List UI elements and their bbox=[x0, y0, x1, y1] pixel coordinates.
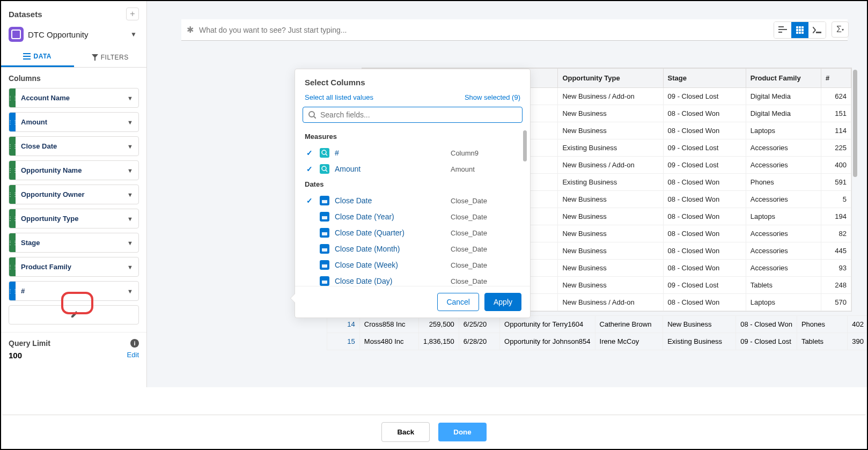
table-row[interactable]: 15Moss480 Inc1,836,1506/28/20Opportunity… bbox=[327, 333, 869, 350]
table-cell: Digital Media bbox=[746, 88, 821, 105]
field-row[interactable]: Close Date (Week) Close_Date bbox=[305, 257, 520, 273]
table-cell: 259,500 bbox=[419, 316, 459, 333]
column-header[interactable]: Opportunity Type bbox=[558, 69, 663, 88]
chart-view-button[interactable] bbox=[774, 22, 791, 38]
table-cell: Accessories bbox=[746, 139, 821, 157]
check-icon: ✓ bbox=[305, 149, 314, 157]
field-row[interactable]: ✓ # Column9 bbox=[305, 145, 520, 161]
column-pill[interactable]: ⋮⋮ Opportunity Type ▼ bbox=[9, 209, 139, 228]
drag-handle-icon[interactable]: ⋮⋮ bbox=[9, 113, 16, 131]
field-api-name: Close_Date bbox=[451, 245, 520, 253]
show-selected-link[interactable]: Show selected (9) bbox=[465, 93, 520, 101]
query-limit-edit[interactable]: Edit bbox=[127, 351, 139, 360]
drag-handle-icon[interactable]: ⋮⋮ bbox=[9, 233, 16, 252]
field-row[interactable]: ✓ Close Date Close_Date bbox=[305, 193, 520, 209]
column-pill[interactable]: ⋮⋮ # ▼ bbox=[9, 281, 139, 301]
functions-button[interactable]: Σ▾ bbox=[832, 21, 849, 38]
svg-rect-21 bbox=[322, 263, 327, 264]
table-cell: 5 bbox=[821, 191, 851, 208]
chevron-down-icon[interactable]: ▼ bbox=[122, 191, 138, 198]
chevron-down-icon[interactable]: ▼ bbox=[122, 288, 138, 294]
table-cell: New Business bbox=[558, 260, 663, 277]
field-search[interactable] bbox=[303, 107, 523, 123]
column-pill[interactable]: ⋮⋮ Stage ▼ bbox=[9, 233, 139, 253]
popover-scrollbar[interactable] bbox=[523, 130, 527, 161]
drag-handle-icon[interactable]: ⋮⋮ bbox=[9, 88, 16, 107]
table-cell: 6/28/20 bbox=[459, 333, 499, 350]
chevron-down-icon[interactable]: ▼ bbox=[122, 95, 138, 101]
column-header[interactable]: Product Family bbox=[746, 69, 821, 88]
field-row[interactable]: Close Date (Quarter) Close_Date bbox=[305, 225, 520, 241]
svg-point-10 bbox=[322, 150, 326, 154]
dataset-selector[interactable]: DTC Opportunity ▼ bbox=[1, 25, 146, 47]
measure-icon bbox=[321, 150, 328, 156]
add-dataset-button[interactable]: + bbox=[126, 8, 139, 20]
drag-handle-icon[interactable]: ⋮⋮ bbox=[9, 209, 16, 228]
field-row[interactable]: Close Date (Year) Close_Date bbox=[305, 209, 520, 225]
field-api-name: Close_Date bbox=[451, 213, 520, 221]
column-header[interactable]: Stage bbox=[663, 69, 746, 88]
drag-handle-icon[interactable]: ⋮⋮ bbox=[9, 137, 16, 156]
drag-handle-icon[interactable]: ⋮⋮ bbox=[9, 257, 16, 276]
table-cell: 194 bbox=[821, 208, 851, 225]
query-mode-button[interactable] bbox=[808, 22, 826, 38]
column-pill[interactable]: ⋮⋮ Amount ▼ bbox=[9, 112, 139, 132]
table-cell: 570 bbox=[821, 294, 851, 311]
field-type-icon bbox=[320, 148, 329, 158]
table-cell: Laptops bbox=[746, 122, 821, 139]
view-mode-group bbox=[774, 21, 826, 39]
column-pill[interactable]: ⋮⋮ Opportunity Owner ▼ bbox=[9, 185, 139, 204]
column-pill[interactable]: ⋮⋮ Product Family ▼ bbox=[9, 257, 139, 277]
drag-handle-icon[interactable]: ⋮⋮ bbox=[9, 161, 16, 180]
column-header[interactable]: # bbox=[821, 69, 851, 88]
table-view-button[interactable] bbox=[791, 22, 808, 38]
table-cell: 151 bbox=[821, 105, 851, 122]
chevron-down-icon[interactable]: ▼ bbox=[122, 240, 138, 246]
popover-arrow bbox=[291, 294, 295, 303]
table-cell: Accessories bbox=[746, 157, 821, 174]
tab-filters[interactable]: FILTERS bbox=[74, 47, 147, 67]
drag-handle-icon[interactable]: ⋮⋮ bbox=[9, 185, 16, 204]
field-row[interactable]: Close Date (Month) Close_Date bbox=[305, 241, 520, 257]
column-pill[interactable]: ⋮⋮ Opportunity Name ▼ bbox=[9, 160, 139, 180]
chevron-down-icon[interactable]: ▼ bbox=[122, 216, 138, 222]
column-pill[interactable]: ⋮⋮ Account Name ▼ bbox=[9, 88, 139, 108]
query-input[interactable] bbox=[199, 26, 826, 34]
column-pill-label: Amount bbox=[16, 113, 122, 131]
columns-label: Columns bbox=[9, 74, 139, 83]
table-cell: New Business bbox=[558, 242, 663, 260]
field-api-name: Amount bbox=[451, 165, 520, 173]
table-cell: New Business bbox=[558, 191, 663, 208]
select-columns-popover: Select Columns Select all listed values … bbox=[295, 69, 531, 318]
field-row[interactable]: ✓ Amount Amount bbox=[305, 161, 520, 177]
table-cell: Laptops bbox=[746, 294, 821, 311]
svg-rect-6 bbox=[796, 32, 798, 34]
scrollbar[interactable] bbox=[853, 70, 857, 177]
svg-rect-5 bbox=[801, 29, 804, 31]
field-label: Close Date bbox=[335, 196, 445, 205]
chevron-down-icon[interactable]: ▼ bbox=[122, 167, 138, 174]
info-icon[interactable]: i bbox=[130, 339, 139, 348]
apply-button[interactable]: Apply bbox=[484, 293, 521, 311]
field-search-input[interactable] bbox=[320, 110, 517, 119]
tab-data[interactable]: DATA bbox=[1, 47, 74, 67]
svg-rect-23 bbox=[322, 279, 327, 281]
table-cell: Moss480 Inc bbox=[359, 333, 418, 350]
cancel-button[interactable]: Cancel bbox=[437, 293, 479, 311]
chevron-down-icon[interactable]: ▼ bbox=[122, 264, 138, 270]
column-pill[interactable]: ⋮⋮ Close Date ▼ bbox=[9, 136, 139, 156]
table-row[interactable]: 14Cross858 Inc259,5006/25/20Opportunity … bbox=[327, 316, 869, 333]
done-button[interactable]: Done bbox=[438, 423, 486, 441]
field-label: Close Date (Quarter) bbox=[335, 228, 445, 237]
column-pill-label: # bbox=[16, 282, 122, 300]
table-cell: Tablets bbox=[746, 277, 821, 294]
back-button[interactable]: Back bbox=[381, 422, 430, 442]
svg-rect-19 bbox=[322, 247, 327, 248]
chevron-down-icon[interactable]: ▼ bbox=[122, 143, 138, 150]
select-all-link[interactable]: Select all listed values bbox=[305, 93, 373, 101]
edit-columns-button[interactable] bbox=[9, 305, 139, 324]
field-row[interactable]: Close Date (Day) Close_Date bbox=[305, 273, 520, 286]
drag-handle-icon[interactable]: ⋮⋮ bbox=[9, 282, 16, 300]
table-cell: 445 bbox=[821, 242, 851, 260]
chevron-down-icon[interactable]: ▼ bbox=[122, 119, 138, 126]
